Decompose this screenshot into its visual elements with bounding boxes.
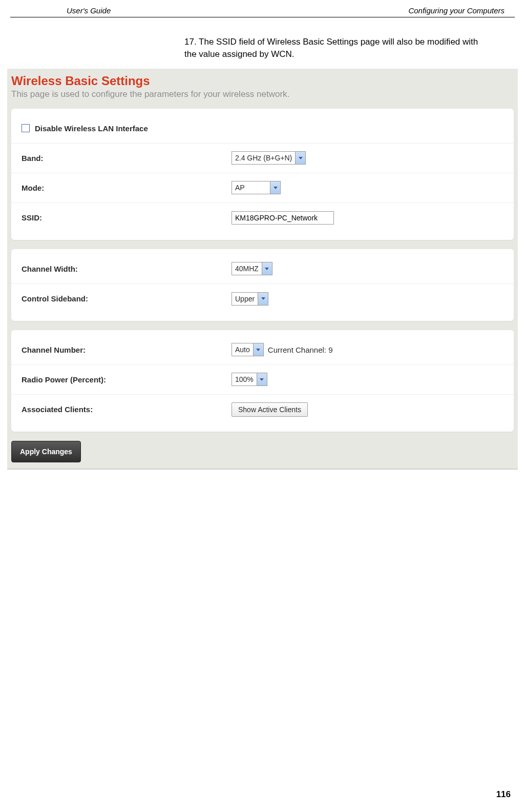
mode-select-value: AP: [232, 181, 270, 194]
channel-number-select[interactable]: Auto: [232, 343, 264, 356]
mode-label: Mode:: [11, 184, 226, 192]
row-disable-wlan: Disable Wireless LAN Interface: [11, 114, 514, 144]
chevron-down-icon: [257, 373, 267, 385]
wbs-description: This page is used to configure the param…: [7, 89, 518, 109]
channel-width-label: Channel Width:: [11, 265, 226, 273]
radio-power-select[interactable]: 100%: [232, 373, 267, 386]
control-sideband-label: Control Sideband:: [11, 294, 226, 303]
show-active-clients-button[interactable]: Show Active Clients: [232, 402, 308, 417]
channel-width-select[interactable]: 40MHZ: [232, 262, 272, 275]
document-header: User's Guide Configuring your Computers: [10, 0, 515, 17]
chevron-down-icon: [258, 293, 268, 305]
row-ssid: SSID:: [11, 203, 514, 233]
channel-number-value: Auto: [232, 343, 253, 356]
associated-clients-label: Associated Clients:: [11, 405, 226, 414]
band-select[interactable]: 2.4 GHz (B+G+N): [232, 151, 306, 165]
band-label: Band:: [11, 154, 226, 163]
band-select-value: 2.4 GHz (B+G+N): [232, 152, 295, 164]
row-associated-clients: Associated Clients: Show Active Clients: [11, 395, 514, 424]
wireless-settings-screenshot: Wireless Basic Settings This page is use…: [7, 69, 518, 470]
ssid-input[interactable]: [232, 211, 334, 225]
radio-power-label: Radio Power (Percent):: [11, 375, 226, 384]
ssid-label: SSID:: [11, 213, 226, 222]
chevron-down-icon: [295, 152, 305, 164]
channel-number-label: Channel Number:: [11, 346, 226, 354]
header-right: Configuring your Computers: [408, 6, 505, 15]
row-control-sideband: Control Sideband: Upper: [11, 284, 514, 314]
wbs-title: Wireless Basic Settings: [7, 69, 518, 89]
chevron-down-icon: [262, 262, 272, 275]
header-left: User's Guide: [67, 6, 111, 15]
mode-select[interactable]: AP: [232, 181, 281, 194]
channel-width-value: 40MHZ: [232, 262, 262, 275]
current-channel-text: Current Channel: 9: [268, 346, 333, 354]
disable-wlan-label: Disable Wireless LAN Interface: [35, 124, 148, 133]
row-channel-number: Channel Number: Auto Current Channel: 9: [11, 335, 514, 365]
step-body: The SSID field of Wireless Basic Setting…: [184, 37, 478, 59]
row-radio-power: Radio Power (Percent): 100%: [11, 365, 514, 395]
row-channel-width: Channel Width: 40MHZ: [11, 254, 514, 284]
disable-wlan-checkbox[interactable]: [22, 124, 30, 132]
control-sideband-value: Upper: [232, 293, 258, 305]
radio-power-value: 100%: [232, 373, 257, 385]
step-number: 17.: [184, 36, 197, 48]
chevron-down-icon: [253, 343, 263, 356]
row-band: Band: 2.4 GHz (B+G+N): [11, 144, 514, 173]
page-number: 116: [496, 789, 511, 800]
step-text: 17. The SSID field of Wireless Basic Set…: [0, 17, 525, 67]
control-sideband-select[interactable]: Upper: [232, 292, 268, 306]
panel-channel: Channel Width: 40MHZ Control Sideband: U…: [11, 249, 514, 321]
disable-wlan-field: Disable Wireless LAN Interface: [11, 124, 226, 133]
panel-advanced: Channel Number: Auto Current Channel: 9 …: [11, 330, 514, 432]
apply-changes-button[interactable]: Apply Changes: [11, 441, 81, 462]
row-mode: Mode: AP: [11, 173, 514, 203]
panel-basic: Disable Wireless LAN Interface Band: 2.4…: [11, 109, 514, 240]
chevron-down-icon: [270, 181, 280, 194]
